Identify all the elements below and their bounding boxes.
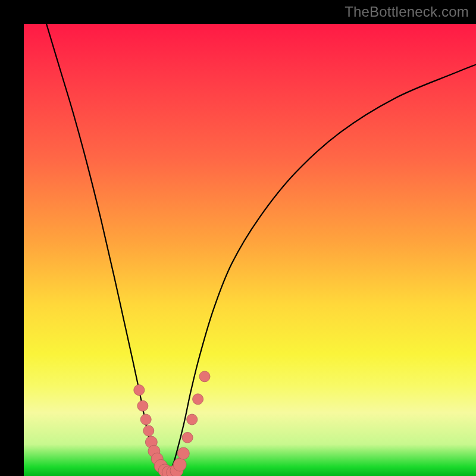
highlight-marker	[182, 432, 193, 443]
highlight-marker	[134, 385, 145, 396]
highlight-marker	[173, 458, 186, 471]
watermark-text: TheBottleneck.com	[345, 4, 469, 20]
bottleneck-curve-left	[46, 24, 168, 474]
bottleneck-curve-right	[168, 64, 476, 474]
chart-outer: TheBottleneck.com	[0, 0, 476, 476]
chart-svg	[24, 24, 476, 476]
marker-group	[134, 371, 210, 476]
highlight-marker	[137, 400, 148, 411]
plot-area	[24, 24, 476, 476]
highlight-marker	[143, 425, 154, 436]
curve-group	[46, 24, 476, 474]
highlight-marker	[187, 414, 198, 425]
highlight-marker	[193, 394, 203, 405]
highlight-marker	[199, 371, 210, 382]
highlight-marker	[177, 447, 189, 459]
highlight-marker	[140, 414, 151, 425]
